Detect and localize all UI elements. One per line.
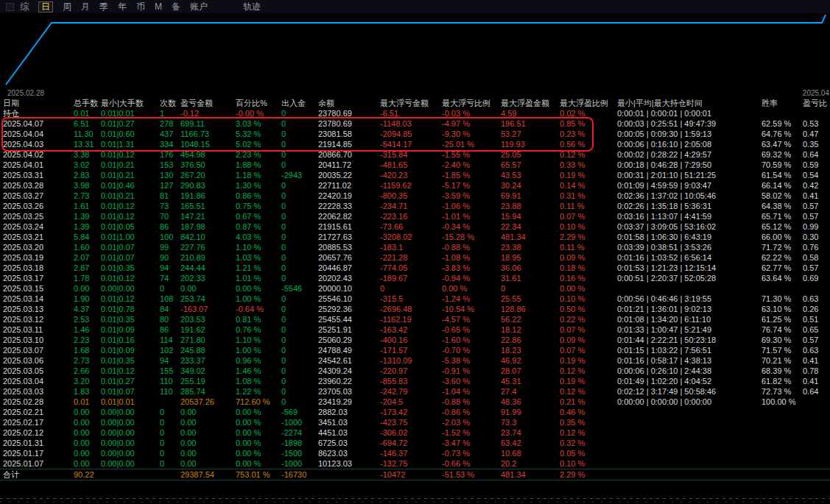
table-row[interactable]: 2025.03.201.600.01|0.0799227.761.10 %020… xyxy=(0,242,830,252)
table-row[interactable]: 2025.03.251.390.01|0.1270147.210.67 %022… xyxy=(0,211,830,221)
cell: 0:02:36 | 1:37:02 | 10:05:46 xyxy=(614,191,759,201)
cell: 66.00 % xyxy=(759,232,800,242)
table-row[interactable]: 2025.04.0313.310.01|1.313341048.155.02 %… xyxy=(0,139,830,149)
table-row[interactable]: 2025.03.031.830.01|0.07110285.741.22 %02… xyxy=(0,386,830,397)
cell xyxy=(157,397,177,407)
table-row[interactable]: 2025.03.043.200.01|0.27110255.191.08 %02… xyxy=(0,376,830,386)
cell: 76.74 % xyxy=(759,324,800,335)
total-row[interactable]: 合计90.2229387.54753.01 %-16730-10472-51.5… xyxy=(0,469,830,480)
menu-item-m[interactable]: M xyxy=(155,1,162,13)
cell: 2.53 xyxy=(71,314,98,324)
column-header[interactable]: 余额 xyxy=(315,98,377,108)
cell: 2025.03.13 xyxy=(0,304,71,314)
menu-item-bi[interactable]: 币 xyxy=(136,1,145,13)
cell: 0.19 % xyxy=(557,170,614,180)
column-header[interactable]: 盈亏金额 xyxy=(177,98,233,108)
column-header[interactable]: 次数 xyxy=(157,98,177,108)
table-row[interactable]: 2025.04.013.020.01|0.21153376.501.88 %02… xyxy=(0,160,830,170)
menu-item-zhou[interactable]: 周 xyxy=(63,1,71,13)
table-row[interactable]: 2025.03.171.780.01|0.1274202.331.01 %020… xyxy=(0,273,830,283)
cell: -1500 xyxy=(278,448,315,458)
table-row[interactable]: 2025.02.170.000.00|0.0000.000.00 %-10003… xyxy=(0,417,830,427)
table-row[interactable]: 2025.03.192.070.01|0.0790210.891.03 %020… xyxy=(0,252,830,263)
cell: 0 xyxy=(377,283,439,294)
table-row[interactable]: 2025.03.272.730.01|0.2181191.860.86 %022… xyxy=(0,191,830,201)
menu-item-trajectory[interactable]: 轨迹 xyxy=(243,1,261,13)
table-row[interactable]: 2025.03.215.840.01|1.00100842.104.03 %02… xyxy=(0,232,830,242)
table-row[interactable]: 2025.03.241.390.01|0.0586187.980.87 %021… xyxy=(0,221,830,232)
table-row[interactable]: 2025.04.076.510.01|0.27278699.113.03 %02… xyxy=(0,118,830,129)
equity-curve-svg xyxy=(0,13,830,98)
table-row[interactable]: 2025.03.134.370.01|0.7884-163.07-0.64 %0… xyxy=(0,304,830,314)
column-header[interactable]: 百分比% xyxy=(233,98,278,108)
cell: 753.01 % xyxy=(233,469,278,480)
menu-item-yue[interactable]: 月 xyxy=(81,1,90,13)
menu-item-bei[interactable]: 备 xyxy=(172,1,180,13)
menu-item-ji[interactable]: 季 xyxy=(99,1,108,13)
cell: -2696.48 xyxy=(377,304,439,314)
cell: 0 xyxy=(157,427,177,438)
cell: 210.89 xyxy=(177,252,233,263)
cell: 0.01|0.07 xyxy=(98,252,157,263)
column-header[interactable]: 胜率 xyxy=(759,98,800,108)
cell: 0 xyxy=(278,139,315,149)
table-row[interactable]: 2025.03.312.830.01|0.21130267.201.18 %-2… xyxy=(0,170,830,180)
column-header[interactable]: 盈亏比 xyxy=(800,98,830,108)
table-row[interactable]: 2025.03.141.900.01|0.12108253.741.00 %02… xyxy=(0,294,830,304)
table-row[interactable]: 2025.04.023.380.01|0.12176454.982.23 %02… xyxy=(0,149,830,160)
column-header[interactable]: 最大浮盈金额 xyxy=(498,98,557,108)
table-row[interactable]: 2025.04.0411.300.01|0.604371166.735.32 %… xyxy=(0,129,830,139)
menu-item-ri[interactable]: 日 xyxy=(38,1,53,13)
menu-item-nian[interactable]: 年 xyxy=(118,1,127,13)
cell: -234.71 xyxy=(377,201,439,211)
cell: 69.30 % xyxy=(759,335,800,345)
column-header[interactable]: 最大浮亏比例 xyxy=(439,98,498,108)
menu-bar: 综日周月季年币M备账户 轨迹 xyxy=(0,0,830,13)
cell: 0.07 % xyxy=(557,211,614,221)
cell: 481.34 xyxy=(498,232,557,242)
table-row[interactable]: 2025.03.182.870.01|0.3594244.441.21 %020… xyxy=(0,263,830,273)
table-row[interactable]: 2025.03.122.530.01|0.3580203.530.81 %025… xyxy=(0,314,830,324)
table-row[interactable]: 2025.03.071.680.01|0.09102245.881.00 %02… xyxy=(0,345,830,355)
position-row[interactable]: 持仓0.010.01|0.011-0.12-0.00 %023780.69-6.… xyxy=(0,108,830,118)
column-header[interactable]: 总手数 xyxy=(71,98,98,108)
table-row[interactable]: 2025.01.070.000.00|0.0000.000.00 %-10001… xyxy=(0,458,830,469)
menu-item-zong[interactable]: 综 xyxy=(20,1,29,13)
cell: 0.26 xyxy=(800,304,830,314)
cell: 0:00:06 | 0:26:10 | 2:44:38 xyxy=(614,366,759,376)
table-row[interactable]: 2025.03.111.460.01|0.0986191.620.76 %025… xyxy=(0,324,830,335)
cell: -1162.19 xyxy=(377,314,439,324)
cell: 191.86 xyxy=(177,191,233,201)
cell: 3.20 xyxy=(71,376,98,386)
cell: 2025.03.03 xyxy=(0,386,71,397)
table-row[interactable]: 2025.01.170.000.00|0.0000.000.00 %-15008… xyxy=(0,448,830,458)
table-row[interactable]: 2025.03.102.230.01|0.16114271.801.10 %02… xyxy=(0,335,830,345)
table-row[interactable]: 2025.02.280.010.01|0.0120537.26712.60 %0… xyxy=(0,397,830,407)
table-row[interactable]: 2025.03.052.660.01|0.12155349.021.46 %02… xyxy=(0,366,830,376)
table-row[interactable]: 2025.03.261.610.01|0.1273165.510.75 %022… xyxy=(0,201,830,211)
table-row[interactable]: 2025.02.120.000.00|0.0000.000.00 %-22744… xyxy=(0,427,830,438)
cell: 0.00 xyxy=(177,458,233,469)
cell xyxy=(759,448,800,458)
column-header[interactable]: 最大浮亏金额 xyxy=(377,98,439,108)
cell: -0.65 % xyxy=(439,324,498,335)
table-row[interactable]: 2025.03.062.730.01|0.3594233.370.96 %024… xyxy=(0,355,830,366)
cell: 1.46 % xyxy=(233,366,278,376)
cell: 0.58 xyxy=(800,252,830,263)
table-row[interactable]: 2025.02.210.000.00|0.0000.000.00 %-56928… xyxy=(0,407,830,417)
table-row[interactable]: 2025.03.150.000.00|0.0000.000.00 %-55462… xyxy=(0,283,830,294)
table-row[interactable]: 2025.01.310.000.00|0.0000.000.00 %-18986… xyxy=(0,438,830,448)
cell: 0.65 xyxy=(800,324,830,335)
table-row[interactable]: 2025.03.283.980.01|0.46127290.831.30 %02… xyxy=(0,180,830,191)
cell: 0:01:15 | 1:03:22 | 7:56:51 xyxy=(614,345,759,355)
column-header[interactable]: 日期 xyxy=(0,98,71,108)
column-header[interactable]: 最小|平均|最大持仓时间 xyxy=(614,98,759,108)
column-header[interactable]: 最小|大手数 xyxy=(98,98,157,108)
column-header[interactable]: 最大浮盈比例 xyxy=(557,98,614,108)
cell: 2.66 xyxy=(71,366,98,376)
column-header[interactable]: 出入金 xyxy=(278,98,315,108)
cell: 2025.03.24 xyxy=(0,221,71,232)
menu-item-zhanghu[interactable]: 账户 xyxy=(190,1,208,13)
cell: 25546.10 xyxy=(315,294,377,304)
cell: 0:00:31 | 2:01:10 | 51:21:25 xyxy=(614,170,759,180)
